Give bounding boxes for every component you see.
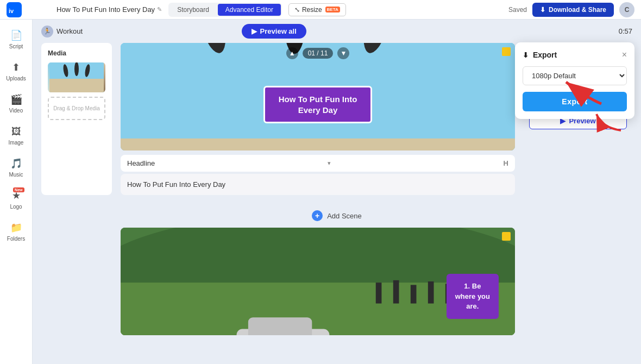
scene2-actions-spacer [524,228,632,335]
headline-label: Headline [127,159,155,167]
sidebar-item-logo[interactable]: ★ New Logo [0,184,32,214]
uploads-icon: ⬆ [9,60,23,74]
svg-rect-29 [376,283,382,303]
sidebar-label-video: Video [9,108,23,114]
scene1-video: ChiasePremium.com How To Put Fun IntoEve… [121,43,515,150]
media-thumb-image [48,62,105,92]
image-icon: 🖼 [9,124,23,139]
scene1-title-overlay: How To Put Fun IntoEvery Day [263,86,372,123]
next-scene-button[interactable]: ▼ [337,47,349,59]
export-panel: ⬇ Export × 1080p Default Export [515,42,634,119]
download-share-button[interactable]: ⬇ Download & Share [532,3,614,17]
preview-all-button[interactable]: ▶ Preview all [242,24,306,39]
new-badge: New [13,187,24,192]
scene2-title-overlay: 1. Bewhere youare. [447,274,499,319]
export-close-button[interactable]: × [622,50,627,60]
sidebar-item-image[interactable]: 🖼 Image [0,120,32,150]
sidebar-label-logo: Logo [10,204,22,210]
headline-dropdown-icon[interactable]: ▾ [328,160,331,167]
svg-rect-3 [49,79,104,92]
svg-rect-32 [428,281,434,304]
svg-rect-8 [121,139,515,150]
prev-scene-button[interactable]: ▲ [286,47,298,59]
user-avatar[interactable]: C [619,2,634,17]
sidebar-item-uploads[interactable]: ⬆ Uploads [0,56,32,86]
svg-text:iv: iv [9,8,14,14]
main-layout: 📄 Script ⬆ Uploads 🎬 Video 🖼 Image 🎵 [0,20,641,364]
resize-button[interactable]: ⤡ Resize BETA [288,3,346,16]
timer-display: 0:57 [619,27,632,35]
folders-icon: 📁 [9,221,23,235]
video-icon: 🎬 [9,92,23,106]
export-icon: ⬇ [523,51,529,59]
scene2-panel: 1. Bewhere youare. [33,228,641,344]
sidebar-item-folders[interactable]: 📁 Folders [0,216,32,246]
media-title: Media [48,49,105,57]
beta-badge: BETA [325,7,340,12]
sidebar-label-uploads: Uploads [6,76,26,81]
project-title: How To Put Fun Into Every Day ✎ [56,5,162,14]
content-area: 🏃 Workout ▶ Preview all 0:57 Media [33,20,641,364]
workout-icon: 🏃 [41,26,53,37]
edit-title-icon[interactable]: ✎ [157,6,162,13]
scene1-preview: ChiasePremium.com How To Put Fun IntoEve… [121,43,515,195]
scene2-yellow-badge [502,232,511,241]
sidebar-label-music: Music [9,172,23,178]
workout-label: 🏃 Workout [41,26,83,37]
headline-row: Headline ▾ H [121,155,515,172]
invideo-logo: iv [7,2,22,17]
nav-right: Saved ⬇ Download & Share C [508,2,634,17]
add-scene-label: Add Scene [327,212,362,220]
sidebar-item-music[interactable]: 🎵 Music [0,152,32,182]
play-icon: ▶ [252,27,257,35]
scene2-spacer [41,228,112,335]
top-navigation: iv How To Put Fun Into Every Day ✎ Story… [0,0,641,20]
scene2-preview: 1. Bewhere youare. [121,228,515,335]
saved-status: Saved [508,6,527,14]
tab-advanced-editor[interactable]: Advanced Editor [218,4,281,16]
media-thumbnail [48,62,105,92]
quality-select[interactable]: 1080p Default [523,66,627,85]
export-header: ⬇ Export × [523,50,627,60]
download-icon: ⬇ [540,6,545,14]
tab-group: Storyboard Advanced Editor [168,3,282,17]
add-scene-row[interactable]: + Add Scene [33,204,641,228]
headline-type-indicator: H [504,159,508,167]
drag-drop-zone[interactable]: Drag & Drop Media [48,97,105,120]
resize-icon: ⤡ [294,6,300,14]
svg-rect-31 [411,285,417,303]
sidebar-label-folders: Folders [7,236,25,242]
music-icon: 🎵 [9,156,23,171]
add-scene-icon: + [312,210,323,221]
sidebar: 📄 Script ⬆ Uploads 🎬 Video 🖼 Image 🎵 [0,20,33,364]
sidebar-item-script[interactable]: 📄 Script [0,24,32,54]
headline-text: How To Put Fun Into Every Day [121,174,515,195]
media-panel: Media Drag & [41,43,112,195]
export-title: ⬇ Export [523,51,557,59]
sidebar-item-video[interactable]: 🎬 Video [0,88,32,118]
scene-navigation: ▲ 01 / 11 ▼ [121,47,515,59]
export-button[interactable]: Export [523,92,627,111]
sidebar-label-script: Script [9,43,23,49]
tab-storyboard[interactable]: Storyboard [169,4,217,16]
sub-header: 🏃 Workout ▶ Preview all 0:57 [33,20,641,43]
svg-rect-30 [393,280,399,304]
svg-rect-26 [248,317,312,335]
script-icon: 📄 [9,28,23,42]
svg-point-5 [74,62,79,76]
sidebar-label-image: Image [9,140,24,146]
logo-area: iv [7,2,50,17]
scene2-video: 1. Bewhere youare. [121,228,515,335]
scene2-background: 1. Bewhere youare. [121,228,515,335]
scene-counter: 01 / 11 [303,48,334,59]
